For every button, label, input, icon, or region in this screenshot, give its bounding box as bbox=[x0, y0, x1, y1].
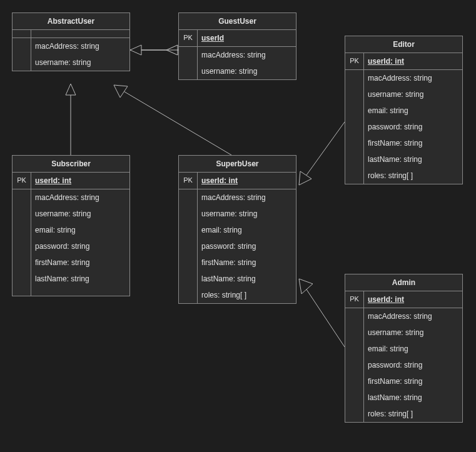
attr: username: string bbox=[31, 206, 129, 222]
class-guestuser: GuestUser PK userId macAddress: string u… bbox=[178, 13, 296, 80]
inh-admin bbox=[299, 279, 345, 347]
pk-label: PK bbox=[345, 53, 364, 69]
attr: firstName: string bbox=[364, 135, 462, 151]
pk-label: PK bbox=[13, 173, 31, 189]
attr: macAddress: string bbox=[31, 189, 129, 206]
attr: username: string bbox=[31, 54, 129, 71]
class-abstractuser: AbstractUser macAddress: string username… bbox=[12, 13, 130, 71]
attr: firstName: string bbox=[364, 373, 462, 389]
svg-marker-4 bbox=[130, 45, 141, 55]
pk-label: PK bbox=[179, 173, 198, 189]
inheritance-guestuser-to-abstractuser bbox=[130, 45, 178, 55]
pk-value: userId: int bbox=[198, 173, 296, 189]
inh-editor bbox=[299, 122, 345, 185]
attr: lastName: string bbox=[198, 271, 296, 287]
pk-value: userId: int bbox=[31, 173, 129, 189]
pk-label bbox=[13, 30, 31, 38]
class-title: Editor bbox=[345, 36, 462, 53]
svg-marker-13 bbox=[299, 279, 313, 294]
svg-line-7 bbox=[123, 91, 231, 155]
attr: username: string bbox=[364, 324, 462, 341]
svg-line-10 bbox=[306, 122, 345, 175]
svg-marker-11 bbox=[299, 171, 311, 185]
attr: macAddress: string bbox=[364, 70, 462, 86]
attr: password: string bbox=[364, 119, 462, 135]
pk-label: PK bbox=[345, 291, 364, 308]
attr: firstName: string bbox=[31, 254, 129, 271]
svg-marker-6 bbox=[66, 84, 76, 95]
pk-label: PK bbox=[179, 30, 198, 46]
svg-marker-8 bbox=[114, 85, 128, 98]
attr: lastName: string bbox=[364, 389, 462, 406]
attr: password: string bbox=[198, 238, 296, 254]
attr: lastName: string bbox=[364, 151, 462, 168]
attr: macAddress: string bbox=[364, 308, 462, 324]
attr: macAddress: string bbox=[31, 38, 129, 54]
pk-value: userId bbox=[198, 30, 296, 46]
attr: password: string bbox=[31, 238, 129, 254]
attr: username: string bbox=[198, 206, 296, 222]
attr: username: string bbox=[198, 63, 296, 79]
attr: email: string bbox=[364, 103, 462, 119]
class-admin: Admin PK userId: int macAddress: string … bbox=[345, 274, 463, 423]
class-title: AbstractUser bbox=[13, 13, 129, 30]
attr: password: string bbox=[364, 357, 462, 373]
class-title: Subscriber bbox=[13, 156, 129, 173]
pk-value: userId: int bbox=[364, 291, 462, 308]
inh-guest bbox=[130, 45, 178, 55]
class-superbuser: SuperbUser PK userId: int macAddress: st… bbox=[178, 155, 296, 304]
inh-subscriber bbox=[66, 84, 76, 155]
attr: roles: string[ ] bbox=[364, 406, 462, 422]
svg-line-12 bbox=[306, 289, 345, 347]
class-title: GuestUser bbox=[179, 13, 296, 30]
inh-superb-head bbox=[226, 144, 236, 155]
attr: roles: string[ ] bbox=[364, 168, 462, 184]
attr: email: string bbox=[31, 222, 129, 238]
svg-marker-2 bbox=[166, 45, 178, 55]
attr: email: string bbox=[198, 222, 296, 238]
attr: macAddress: string bbox=[198, 189, 296, 206]
class-subscriber: Subscriber PK userId: int macAddress: st… bbox=[12, 155, 130, 296]
attr: email: string bbox=[364, 341, 462, 357]
inh-superb bbox=[114, 85, 231, 155]
class-editor: Editor PK userId: int macAddress: string… bbox=[345, 36, 463, 184]
pk-value: userId: int bbox=[364, 53, 462, 69]
pk-value bbox=[31, 30, 129, 38]
class-title: SuperbUser bbox=[179, 156, 296, 173]
class-title: Admin bbox=[345, 274, 462, 291]
attr: username: string bbox=[364, 86, 462, 103]
attr: lastName: string bbox=[31, 271, 129, 287]
attr bbox=[31, 287, 129, 296]
attr: macAddress: string bbox=[198, 47, 296, 63]
attr: roles: string[ ] bbox=[198, 287, 296, 303]
attr: firstName: string bbox=[198, 254, 296, 271]
